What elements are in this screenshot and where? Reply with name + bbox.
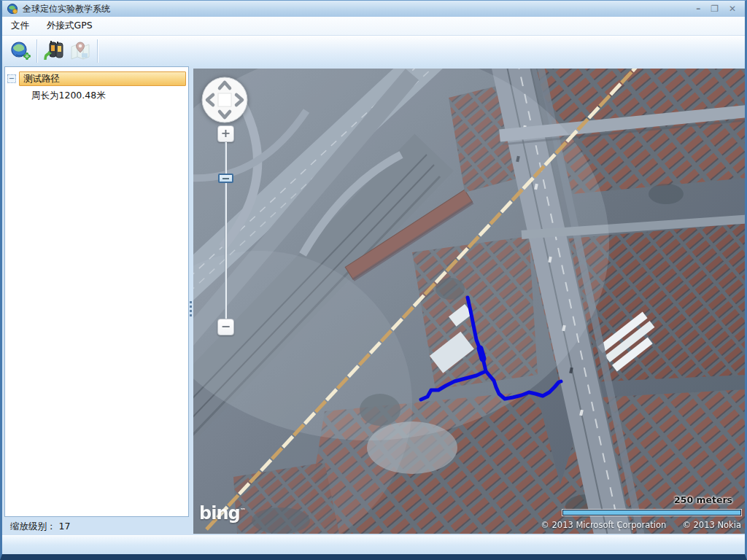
trademark-symbol: ™ [240, 508, 246, 514]
minimize-button[interactable]: – [696, 4, 700, 14]
scale-bar [562, 510, 741, 516]
toolbar [2, 36, 745, 66]
add-globe-button[interactable] [7, 38, 33, 64]
bing-logo[interactable]: bing™ [199, 503, 246, 524]
menu-bar: 文件 外接式GPS [2, 17, 745, 36]
status-bar [2, 535, 745, 554]
window-title: 全球定位实验教学系统 [23, 3, 696, 15]
gps-connect-button[interactable] [41, 38, 67, 64]
copyright-nokia: © 2013 Nokia [682, 520, 741, 530]
globe-plus-icon [9, 40, 31, 62]
app-window: 全球定位实验教学系统 – ❐ ✕ 文件 外接式GPS [0, 0, 747, 560]
zoom-in-button[interactable]: + [217, 125, 234, 142]
tree-node-test-path[interactable]: 测试路径 [19, 71, 186, 86]
map-canvas[interactable]: + − bing™ 250 meters © 2013 Microsoft Co… [193, 69, 747, 534]
tree-node-perimeter[interactable]: 周长为1200.48米 [31, 89, 188, 102]
map-copyright: © 2013 Microsoft Corporation © 2013 Noki… [541, 520, 741, 530]
menu-external-gps[interactable]: 外接式GPS [38, 17, 101, 35]
app-globe-icon [7, 3, 18, 15]
tree-collapse-icon[interactable]: − [7, 74, 16, 83]
map-locate-button [67, 38, 93, 64]
menu-file[interactable]: 文件 [2, 17, 38, 35]
tree-row: − 测试路径 [7, 71, 186, 86]
map-pin-icon [69, 40, 91, 62]
map-pan-control[interactable] [201, 76, 249, 124]
close-button[interactable]: ✕ [729, 4, 736, 14]
route-tree-panel: − 测试路径 周长为1200.48米 [4, 66, 189, 517]
restore-button[interactable]: ❐ [711, 4, 719, 14]
toolbar-separator [97, 39, 98, 63]
satellite-imagery [193, 69, 747, 534]
copyright-microsoft: © 2013 Microsoft Corporation [541, 520, 666, 530]
zoom-slider-track[interactable] [225, 142, 227, 319]
title-bar: 全球定位实验教学系统 – ❐ ✕ [2, 1, 745, 17]
zoom-slider-handle[interactable] [218, 174, 233, 183]
gps-devices-icon [42, 39, 66, 63]
toolbar-separator [36, 39, 37, 63]
zoom-level-status: 缩放级别： 17 [4, 517, 189, 535]
splitter-grip [190, 301, 192, 319]
scale-label: 250 meters [674, 494, 732, 505]
zoom-out-button[interactable]: − [217, 319, 234, 335]
